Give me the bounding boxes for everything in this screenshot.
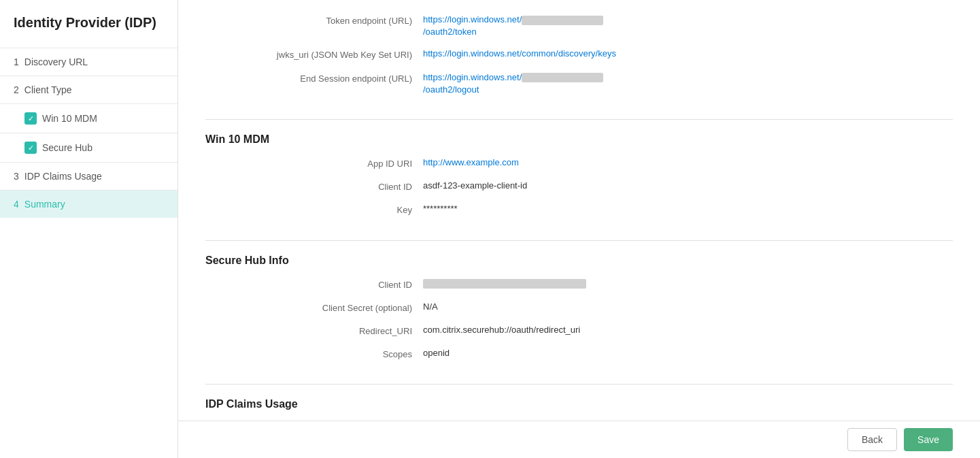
- secure-hub-section: Secure Hub Info Client ID Client Secret …: [205, 241, 953, 385]
- sidebar-item-label: Client Type: [24, 84, 72, 95]
- client-secret-row: Client Secret (optional) N/A: [205, 301, 953, 314]
- step-number: 4: [14, 199, 19, 210]
- secure-hub-title: Secure Hub Info: [205, 255, 953, 267]
- end-session-row: End Session endpoint (URL) https://login…: [205, 71, 953, 96]
- win10mdm-title: Win 10 MDM: [205, 133, 953, 146]
- win10mdm-key-value: **********: [423, 203, 953, 215]
- secure-hub-client-id-value: [423, 278, 953, 290]
- sidebar-item-summary[interactable]: 4 Summary: [0, 190, 178, 218]
- sidebar-item-discovery-url[interactable]: 1 Discovery URL: [0, 48, 178, 76]
- app-id-uri-value: http://www.example.com: [423, 157, 953, 169]
- sidebar-item-label: Win 10 MDM: [42, 113, 97, 124]
- step-number: 3: [14, 171, 19, 182]
- sidebar-item-secure-hub[interactable]: ✓ Secure Hub: [0, 133, 178, 162]
- idp-claims-title: IDP Claims Usage: [205, 398, 953, 410]
- win10mdm-client-id-row: Client ID asdf-123-example-client-id: [205, 180, 953, 193]
- end-session-redacted: [522, 73, 603, 82]
- app-id-uri-label: App ID URI: [205, 157, 423, 170]
- secure-hub-client-id-redacted: [423, 279, 586, 289]
- step-number: 2: [14, 84, 19, 95]
- token-endpoint-value: https://login.windows.net/ /oauth2/token: [423, 14, 953, 38]
- token-endpoint-row: Token endpoint (URL) https://login.windo…: [205, 14, 953, 38]
- sidebar: Identity Provider (IDP) 1 Discovery URL …: [0, 0, 178, 458]
- sidebar-item-win10mdm[interactable]: ✓ Win 10 MDM: [0, 103, 178, 133]
- sidebar-item-idp-claims[interactable]: 3 IDP Claims Usage: [0, 162, 178, 190]
- scopes-row: Scopes openid: [205, 347, 953, 361]
- sidebar-title: Identity Provider (IDP): [0, 14, 178, 48]
- app-id-uri-row: App ID URI http://www.example.com: [205, 157, 953, 170]
- jwks-uri-label: jwks_uri (JSON Web Key Set URI): [205, 48, 423, 61]
- client-secret-value: N/A: [423, 301, 953, 313]
- token-endpoint-redacted: [522, 16, 603, 25]
- scopes-label: Scopes: [205, 347, 423, 361]
- sidebar-item-label: Secure Hub: [42, 142, 92, 153]
- end-session-path: /oauth2/logout: [423, 84, 479, 95]
- footer: Back Save: [178, 421, 980, 458]
- win10mdm-client-id-value: asdf-123-example-client-id: [423, 180, 953, 192]
- end-session-label: End Session endpoint (URL): [205, 71, 423, 85]
- client-secret-label: Client Secret (optional): [205, 301, 423, 314]
- main-content: Token endpoint (URL) https://login.windo…: [178, 0, 980, 458]
- win10mdm-section: Win 10 MDM App ID URI http://www.example…: [205, 120, 953, 241]
- jwks-uri-row: jwks_uri (JSON Web Key Set URI) https://…: [205, 48, 953, 61]
- sidebar-item-label: IDP Claims Usage: [24, 171, 102, 182]
- sidebar-item-label: Summary: [24, 199, 65, 210]
- secure-hub-client-id-row: Client ID: [205, 278, 953, 291]
- end-session-base: https://login.windows.net/: [423, 72, 522, 82]
- redirect-uri-value: com.citrix.securehub://oauth/redirect_ur…: [423, 324, 953, 336]
- jwks-uri-value: https://login.windows.net/common/discove…: [423, 48, 953, 60]
- token-endpoint-section: Token endpoint (URL) https://login.windo…: [205, 0, 953, 120]
- save-button[interactable]: Save: [904, 428, 953, 451]
- step-number: 1: [14, 56, 19, 67]
- scopes-value: openid: [423, 347, 953, 359]
- sidebar-item-label: Discovery URL: [24, 56, 88, 67]
- win10mdm-key-label: Key: [205, 203, 423, 216]
- win10mdm-client-id-label: Client ID: [205, 180, 423, 193]
- check-icon: ✓: [24, 112, 37, 125]
- redirect-uri-row: Redirect_URI com.citrix.securehub://oaut…: [205, 324, 953, 338]
- check-icon: ✓: [24, 142, 37, 154]
- win10mdm-key-row: Key **********: [205, 203, 953, 216]
- secure-hub-client-id-label: Client ID: [205, 278, 423, 291]
- back-button[interactable]: Back: [847, 428, 897, 451]
- token-endpoint-base: https://login.windows.net/: [423, 14, 522, 24]
- token-endpoint-path: /oauth2/token: [423, 27, 477, 37]
- end-session-value: https://login.windows.net/ /oauth2/logou…: [423, 71, 953, 96]
- sidebar-item-client-type[interactable]: 2 Client Type: [0, 76, 178, 103]
- token-endpoint-label: Token endpoint (URL): [205, 14, 423, 27]
- redirect-uri-label: Redirect_URI: [205, 324, 423, 338]
